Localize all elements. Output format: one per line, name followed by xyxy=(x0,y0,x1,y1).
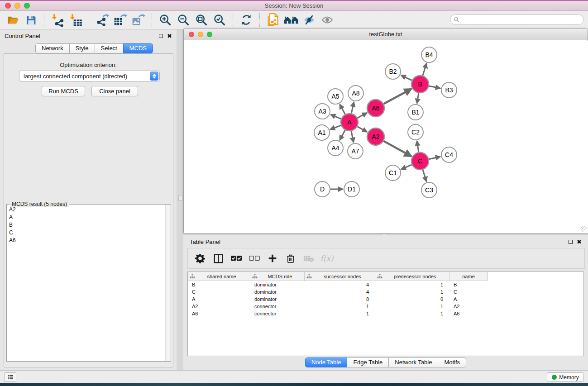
search-field[interactable] xyxy=(450,14,584,25)
zoom-fit-button[interactable] xyxy=(194,13,209,27)
graph-edge-B-B4[interactable] xyxy=(423,63,426,76)
close-panel-icon[interactable]: ✖ xyxy=(167,34,172,38)
graph-edge-A-A3[interactable] xyxy=(331,114,341,119)
graph-node-A8[interactable]: A8 xyxy=(348,86,363,101)
graph-node-A1[interactable]: A1 xyxy=(314,125,330,140)
delete-table-button[interactable] xyxy=(303,253,315,264)
graph-edge-B-B2[interactable] xyxy=(401,75,412,80)
tab-network-table[interactable]: Network Table xyxy=(388,357,438,367)
graph-node-B2[interactable]: B2 xyxy=(385,64,401,79)
save-session-button[interactable] xyxy=(23,13,38,27)
tab-select[interactable]: Select xyxy=(95,43,124,53)
float-table-panel-icon[interactable] xyxy=(569,240,573,244)
export-image-button[interactable] xyxy=(131,13,146,27)
import-network-button[interactable] xyxy=(50,13,65,27)
network-window-titlebar[interactable]: testGlobe.txt xyxy=(184,29,588,40)
graph-node-A5[interactable]: A5 xyxy=(328,89,343,104)
zoom-selected-button[interactable] xyxy=(212,13,227,27)
graph-node-A3[interactable]: A3 xyxy=(315,104,330,119)
tab-edge-table[interactable]: Edge Table xyxy=(347,357,389,367)
select-all-rows-button[interactable] xyxy=(230,253,242,264)
graph-node-D1[interactable]: D1 xyxy=(344,181,359,197)
graph-node-C1[interactable]: C1 xyxy=(385,165,401,181)
mcds-result-item[interactable]: A6 xyxy=(7,237,165,244)
tab-mcds[interactable]: MCDS xyxy=(123,43,153,53)
graph-node-B1[interactable]: B1 xyxy=(408,105,423,120)
tab-network[interactable]: Network xyxy=(35,43,70,53)
graph-edge-A2-C[interactable] xyxy=(384,141,411,157)
table-row[interactable]: A2connector11A2 xyxy=(188,303,583,310)
window-resize-grip[interactable] xyxy=(581,226,587,232)
graph-edge-A-A7[interactable] xyxy=(351,131,354,143)
tab-motifs[interactable]: Motifs xyxy=(438,357,466,367)
delete-column-button[interactable] xyxy=(285,253,296,264)
graph-edge-A-A5[interactable] xyxy=(340,105,345,114)
network-canvas[interactable]: B4B2BB3A8A5A6B1A3AA1C2A2A4A7C4CC1C3DD1 xyxy=(184,41,588,233)
vertical-splitter-handle[interactable] xyxy=(178,195,182,201)
open-session-button[interactable] xyxy=(5,13,20,27)
column-header-MCDS-role[interactable]: MCDS role xyxy=(250,272,305,281)
add-column-button[interactable] xyxy=(267,253,278,264)
graph-edge-C-C3[interactable] xyxy=(423,170,426,181)
first-neighbors-button[interactable] xyxy=(283,13,299,27)
graph-node-D[interactable]: D xyxy=(315,181,330,197)
table-row[interactable]: Bdominator41B xyxy=(188,281,583,288)
deselect-all-rows-button[interactable] xyxy=(249,253,260,264)
mcds-result-item[interactable]: A xyxy=(7,214,165,221)
import-table-button[interactable] xyxy=(68,13,83,27)
graph-node-A6[interactable]: A6 xyxy=(367,100,384,117)
mcds-result-item[interactable]: B xyxy=(7,221,165,229)
function-builder-button[interactable]: f(x) xyxy=(321,253,333,264)
export-table-button[interactable] xyxy=(113,13,128,27)
graph-edge-A-A4[interactable] xyxy=(340,130,345,140)
graph-edge-A6-B[interactable] xyxy=(384,89,411,104)
graph-node-B[interactable]: B xyxy=(411,76,429,93)
column-header-name[interactable]: name xyxy=(449,272,488,281)
column-header-shared-name[interactable]: shared name xyxy=(188,272,250,281)
table-row[interactable]: Adominator80A xyxy=(188,295,583,303)
split-panel-button[interactable] xyxy=(212,253,224,264)
column-header-successor-nodes[interactable]: successor nodes xyxy=(305,272,375,281)
task-history-button[interactable] xyxy=(5,372,16,382)
mcds-result-item[interactable]: C xyxy=(7,229,165,237)
hide-selected-button[interactable] xyxy=(301,13,317,27)
tab-node-table[interactable]: Node Table xyxy=(305,357,348,367)
graph-node-C4[interactable]: C4 xyxy=(441,147,457,162)
new-network-from-selection-button[interactable] xyxy=(265,13,281,27)
graph-edge-C-C1[interactable] xyxy=(401,165,411,169)
zoom-out-button[interactable] xyxy=(176,13,191,27)
graph-edge-B-B3[interactable] xyxy=(429,86,440,88)
graph-node-C3[interactable]: C3 xyxy=(421,182,437,198)
graph-edge-B-B1[interactable] xyxy=(417,93,419,104)
column-header-predecessor-nodes[interactable]: predecessor nodes xyxy=(375,272,449,281)
tab-style[interactable]: Style xyxy=(69,43,95,53)
graph-edge-A-A8[interactable] xyxy=(351,102,354,114)
graph-edge-A-A6[interactable] xyxy=(358,113,367,118)
export-network-button[interactable] xyxy=(95,13,110,27)
search-input[interactable] xyxy=(462,17,583,23)
graph-node-A[interactable]: A xyxy=(341,114,358,131)
graph-node-C[interactable]: C xyxy=(411,152,429,170)
mcds-result-item[interactable]: A2 xyxy=(7,206,165,214)
graph-node-B4[interactable]: B4 xyxy=(421,47,437,62)
table-settings-button[interactable] xyxy=(194,253,206,264)
float-panel-icon[interactable] xyxy=(159,34,163,38)
graph-edge-A-A1[interactable] xyxy=(330,125,341,129)
mcds-result-scrollbar[interactable] xyxy=(165,205,171,361)
graph-edge-A-A2[interactable] xyxy=(358,127,367,132)
graph-node-C2[interactable]: C2 xyxy=(408,124,423,140)
graph-node-A4[interactable]: A4 xyxy=(328,140,343,156)
memory-button[interactable]: Memory xyxy=(547,372,584,382)
apply-layout-button[interactable] xyxy=(239,13,254,27)
column-tree-icon xyxy=(252,274,258,279)
close-table-panel-icon[interactable]: ✖ xyxy=(577,240,582,244)
graph-edge-C-C4[interactable] xyxy=(429,157,440,159)
show-all-button[interactable] xyxy=(320,13,335,27)
graph-node-A7[interactable]: A7 xyxy=(348,143,363,159)
graph-edge-C-C2[interactable] xyxy=(417,141,419,152)
table-row[interactable]: A6connector11A6 xyxy=(188,310,583,317)
zoom-in-button[interactable] xyxy=(158,13,173,27)
graph-node-B3[interactable]: B3 xyxy=(441,82,457,98)
table-row[interactable]: Cdominator41C xyxy=(188,288,583,295)
graph-node-A2[interactable]: A2 xyxy=(367,128,384,145)
